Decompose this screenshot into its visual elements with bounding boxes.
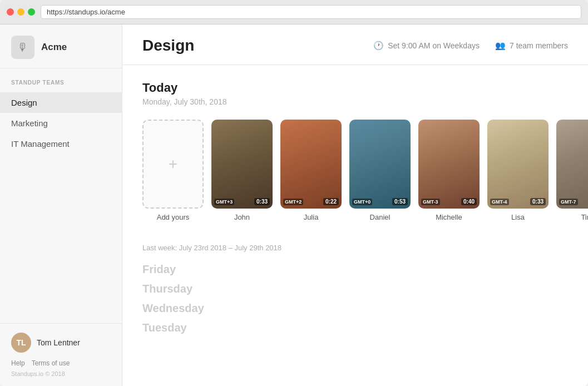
gmt-julia: GMT+2 xyxy=(283,199,303,205)
wednesday-label: Wednesday xyxy=(142,302,568,315)
content-area: Today Monday, July 30th, 2018 + Add your… xyxy=(122,65,588,386)
add-icon: + xyxy=(169,155,177,173)
user-name: Tom Lentner xyxy=(37,338,80,347)
video-row: + Add yours GMT+3 0:33 John xyxy=(142,120,568,221)
user-avatar: TL xyxy=(11,333,31,353)
sidebar-item-design[interactable]: Design xyxy=(0,92,122,113)
last-week-header: Last week: July 23rd 2018 – July 29th 20… xyxy=(142,244,568,252)
address-bar[interactable]: https://standups.io/acme xyxy=(41,5,581,19)
brand-name: Acme xyxy=(41,42,67,53)
main-panel: Design 🕐 Set 9:00 AM on Weekdays 👥 7 tea… xyxy=(122,24,588,386)
thursday-label: Thursday xyxy=(142,283,568,295)
video-thumb-lisa[interactable]: GMT-4 0:33 xyxy=(487,120,549,209)
close-button[interactable] xyxy=(7,8,14,16)
video-thumb-michelle[interactable]: GMT-3 0:40 xyxy=(418,120,480,209)
today-title: Today xyxy=(142,81,568,95)
video-card-michelle: GMT-3 0:40 Michelle xyxy=(418,120,480,221)
duration-lisa: 0:33 xyxy=(530,198,546,205)
name-tim: Tim xyxy=(581,213,588,221)
name-michelle: Michelle xyxy=(436,213,462,221)
add-yours-thumb[interactable]: + xyxy=(142,120,204,209)
name-julia: Julia xyxy=(304,213,319,221)
video-card-daniel: GMT+0 0:53 Daniel xyxy=(349,120,411,221)
today-date: Monday, July 30th, 2018 xyxy=(142,97,568,106)
traffic-lights xyxy=(7,8,35,16)
team-members-info: 👥 7 team members xyxy=(495,41,568,51)
name-john: John xyxy=(234,213,250,221)
name-daniel: Daniel xyxy=(370,213,391,221)
name-lisa: Lisa xyxy=(511,213,525,221)
sidebar-header: 🎙 Acme xyxy=(0,24,122,68)
duration-john: 0:33 xyxy=(254,198,270,205)
schedule-label: Set 9:00 AM on Weekdays xyxy=(388,41,480,50)
video-thumb-daniel[interactable]: GMT+0 0:53 xyxy=(349,120,411,209)
brand-icon: 🎙 xyxy=(11,36,34,59)
video-card-john: GMT+3 0:33 John xyxy=(211,120,273,221)
sidebar-user: TL Tom Lentner xyxy=(11,333,111,353)
sidebar-links: Help Terms of use xyxy=(11,359,111,367)
video-badge-michelle: GMT-3 0:40 xyxy=(421,198,477,205)
sidebar-item-it-management[interactable]: IT Management xyxy=(0,133,122,154)
people-icon: 👥 xyxy=(495,41,506,51)
add-yours-card: + Add yours xyxy=(142,120,204,221)
duration-michelle: 0:40 xyxy=(461,198,477,205)
video-badge-daniel: GMT+0 0:53 xyxy=(352,198,408,205)
sidebar-nav: Design Marketing IT Management xyxy=(0,90,122,323)
help-link[interactable]: Help xyxy=(11,359,25,367)
day-wednesday: Wednesday xyxy=(142,302,568,315)
video-card-julia: GMT+2 0:22 Julia xyxy=(280,120,342,221)
duration-daniel: 0:53 xyxy=(392,198,408,205)
video-badge-tim: GMT-7 0:14 xyxy=(559,198,588,205)
clock-icon: 🕐 xyxy=(373,41,384,51)
main-header: Design 🕐 Set 9:00 AM on Weekdays 👥 7 tea… xyxy=(122,24,588,65)
sidebar: 🎙 Acme STANDUP TEAMS Design Marketing IT… xyxy=(0,24,122,386)
gmt-daniel: GMT+0 xyxy=(352,199,372,205)
video-badge-julia: GMT+2 0:22 xyxy=(283,198,339,205)
video-card-tim: GMT-7 0:14 Tim xyxy=(556,120,588,221)
day-tuesday: Tuesday xyxy=(142,321,568,334)
maximize-button[interactable] xyxy=(28,8,35,16)
video-thumb-john[interactable]: GMT+3 0:33 xyxy=(211,120,273,209)
gmt-lisa: GMT-4 xyxy=(490,199,509,205)
day-friday: Friday xyxy=(142,263,568,276)
sidebar-footer: TL Tom Lentner Help Terms of use Standup… xyxy=(0,323,122,386)
page-title: Design xyxy=(142,37,373,55)
tuesday-label: Tuesday xyxy=(142,321,568,334)
section-label: STANDUP TEAMS xyxy=(0,68,122,90)
terms-link[interactable]: Terms of use xyxy=(32,359,70,367)
video-badge-lisa: GMT-4 0:33 xyxy=(490,198,546,205)
schedule-info: 🕐 Set 9:00 AM on Weekdays xyxy=(373,41,480,51)
app-container: 🎙 Acme STANDUP TEAMS Design Marketing IT… xyxy=(0,24,588,386)
day-thursday: Thursday xyxy=(142,283,568,295)
friday-label: Friday xyxy=(142,263,568,276)
gmt-michelle: GMT-3 xyxy=(421,199,440,205)
browser-chrome: https://standups.io/acme xyxy=(0,0,588,24)
header-meta: 🕐 Set 9:00 AM on Weekdays 👥 7 team membe… xyxy=(373,41,568,51)
sidebar-item-marketing[interactable]: Marketing xyxy=(0,113,122,133)
video-badge-john: GMT+3 0:33 xyxy=(214,198,270,205)
duration-julia: 0:22 xyxy=(323,198,339,205)
add-yours-label: Add yours xyxy=(157,213,190,221)
video-thumb-tim[interactable]: GMT-7 0:14 xyxy=(556,120,588,209)
video-thumb-julia[interactable]: GMT+2 0:22 xyxy=(280,120,342,209)
minimize-button[interactable] xyxy=(17,8,24,16)
gmt-john: GMT+3 xyxy=(214,199,234,205)
copyright: Standups.io © 2018 xyxy=(11,370,111,377)
team-members-label: 7 team members xyxy=(510,41,568,50)
gmt-tim: GMT-7 xyxy=(559,199,578,205)
video-card-lisa: GMT-4 0:33 Lisa xyxy=(487,120,549,221)
